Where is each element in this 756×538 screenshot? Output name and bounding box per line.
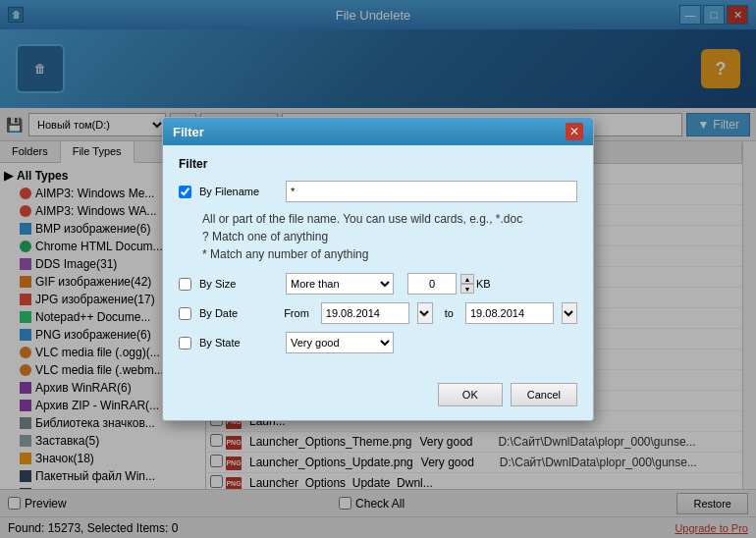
size-spin-down[interactable]: ▼ <box>460 284 474 294</box>
by-filename-checkbox[interactable] <box>179 186 191 198</box>
modal-title-bar: Filter ✕ <box>163 118 593 145</box>
by-size-label: By Size <box>199 278 278 290</box>
modal-body: Filter By Filename All or part of the fi… <box>163 145 593 373</box>
date-row: By Date From to <box>179 302 577 324</box>
size-mode-select[interactable]: More than Less than Exactly <box>286 273 394 295</box>
from-label: From <box>284 307 309 319</box>
by-date-checkbox[interactable] <box>179 307 191 320</box>
size-row: By Size More than Less than Exactly ▲ ▼ … <box>179 273 577 295</box>
state-select[interactable]: Very good Good Poor Lost <box>286 332 394 353</box>
by-filename-label: By Filename <box>199 186 278 197</box>
modal-close-button[interactable]: ✕ <box>566 123 583 140</box>
date-from-picker[interactable] <box>417 302 433 324</box>
filename-hint: All or part of the file name. You can us… <box>202 210 577 263</box>
filter-dialog: Filter ✕ Filter By Filename All or part … <box>162 117 594 421</box>
date-from-input[interactable] <box>321 302 409 324</box>
by-state-checkbox[interactable] <box>179 337 191 350</box>
by-state-label: By State <box>199 337 278 349</box>
date-to-picker[interactable] <box>562 302 577 324</box>
cancel-button[interactable]: Cancel <box>511 383 577 406</box>
filename-input[interactable] <box>286 181 577 202</box>
to-label: to <box>445 307 454 319</box>
size-value-input[interactable] <box>407 273 457 295</box>
size-spin-up[interactable]: ▲ <box>460 274 474 284</box>
state-row: By State Very good Good Poor Lost <box>179 332 577 353</box>
by-date-label: By Date <box>199 307 276 319</box>
date-to-input[interactable] <box>465 302 554 324</box>
ok-button[interactable]: OK <box>438 383 503 406</box>
modal-footer: OK Cancel <box>163 373 593 420</box>
size-unit-label: KB <box>476 278 491 290</box>
by-size-checkbox[interactable] <box>179 278 191 291</box>
filter-section-label: Filter <box>179 157 577 171</box>
size-spinner[interactable]: ▲ ▼ <box>460 274 474 294</box>
modal-overlay: Filter ✕ Filter By Filename All or part … <box>0 0 756 538</box>
modal-title: Filter <box>173 125 204 139</box>
filename-row: By Filename <box>179 181 577 202</box>
